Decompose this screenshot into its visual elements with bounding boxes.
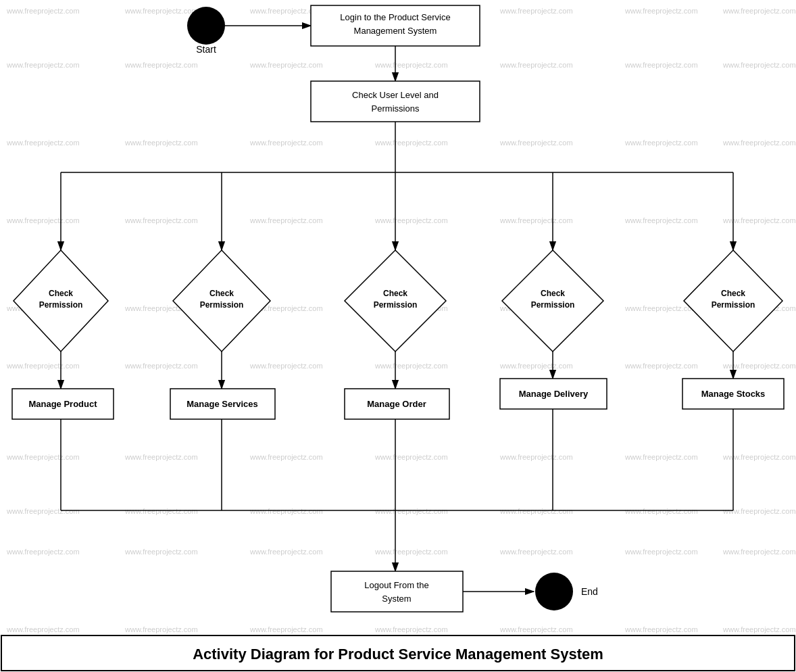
svg-text:www.freeprojectz.com: www.freeprojectz.com bbox=[624, 139, 698, 147]
end-label: End bbox=[581, 586, 598, 597]
diamond4-text1: Check bbox=[541, 289, 565, 298]
svg-text:www.freeprojectz.com: www.freeprojectz.com bbox=[6, 216, 80, 224]
svg-text:www.freeprojectz.com: www.freeprojectz.com bbox=[722, 61, 796, 69]
manage-delivery-text: Manage Delivery bbox=[519, 389, 589, 399]
diagram-container: www.freeprojectz.com www.freeprojectz.co… bbox=[0, 0, 796, 672]
svg-text:www.freeprojectz.com: www.freeprojectz.com bbox=[124, 139, 198, 147]
svg-text:www.freeprojectz.com: www.freeprojectz.com bbox=[124, 507, 198, 515]
svg-text:www.freeprojectz.com: www.freeprojectz.com bbox=[722, 625, 796, 633]
svg-text:www.freeprojectz.com: www.freeprojectz.com bbox=[624, 362, 698, 370]
diamond5-text1: Check bbox=[721, 289, 745, 298]
svg-text:www.freeprojectz.com: www.freeprojectz.com bbox=[722, 548, 796, 556]
svg-text:www.freeprojectz.com: www.freeprojectz.com bbox=[499, 139, 573, 147]
svg-text:www.freeprojectz.com: www.freeprojectz.com bbox=[624, 453, 698, 461]
svg-text:www.freeprojectz.com: www.freeprojectz.com bbox=[499, 548, 573, 556]
diamond2-text2: Permission bbox=[200, 300, 244, 310]
svg-text:www.freeprojectz.com: www.freeprojectz.com bbox=[249, 625, 323, 633]
manage-stocks-text: Manage Stocks bbox=[701, 389, 766, 399]
svg-text:www.freeprojectz.com: www.freeprojectz.com bbox=[499, 453, 573, 461]
check-perms-box bbox=[311, 81, 480, 122]
svg-text:www.freeprojectz.com: www.freeprojectz.com bbox=[124, 453, 198, 461]
check-perms-text2: Permissions bbox=[372, 103, 420, 114]
svg-text:www.freeprojectz.com: www.freeprojectz.com bbox=[6, 548, 80, 556]
diamond5-text2: Permission bbox=[712, 300, 755, 310]
svg-text:www.freeprojectz.com: www.freeprojectz.com bbox=[6, 139, 80, 147]
diamond1-text1: Check bbox=[49, 289, 73, 298]
svg-text:www.freeprojectz.com: www.freeprojectz.com bbox=[249, 453, 323, 461]
logout-text1: Logout From the bbox=[364, 580, 428, 590]
svg-text:www.freeprojectz.com: www.freeprojectz.com bbox=[499, 362, 573, 370]
svg-text:www.freeprojectz.com: www.freeprojectz.com bbox=[722, 7, 796, 15]
svg-text:www.freeprojectz.com: www.freeprojectz.com bbox=[624, 625, 698, 633]
svg-text:www.freeprojectz.com: www.freeprojectz.com bbox=[124, 216, 198, 224]
svg-text:www.freeprojectz.com: www.freeprojectz.com bbox=[249, 548, 323, 556]
logout-text2: System bbox=[382, 594, 411, 604]
login-text-line2: Management System bbox=[354, 26, 437, 36]
manage-product-text: Manage Product bbox=[28, 399, 97, 409]
svg-text:www.freeprojectz.com: www.freeprojectz.com bbox=[374, 362, 448, 370]
svg-text:www.freeprojectz.com: www.freeprojectz.com bbox=[624, 548, 698, 556]
svg-text:www.freeprojectz.com: www.freeprojectz.com bbox=[624, 7, 698, 15]
svg-text:www.freeprojectz.com: www.freeprojectz.com bbox=[124, 548, 198, 556]
manage-services-text: Manage Services bbox=[186, 399, 258, 409]
svg-text:www.freeprojectz.com: www.freeprojectz.com bbox=[374, 507, 448, 515]
svg-text:www.freeprojectz.com: www.freeprojectz.com bbox=[722, 139, 796, 147]
svg-text:www.freeprojectz.com: www.freeprojectz.com bbox=[499, 625, 573, 633]
svg-text:www.freeprojectz.com: www.freeprojectz.com bbox=[374, 548, 448, 556]
diamond4-text2: Permission bbox=[531, 300, 575, 310]
svg-text:www.freeprojectz.com: www.freeprojectz.com bbox=[124, 362, 198, 370]
start-circle bbox=[187, 7, 225, 45]
svg-text:www.freeprojectz.com: www.freeprojectz.com bbox=[624, 304, 698, 312]
svg-text:www.freeprojectz.com: www.freeprojectz.com bbox=[624, 507, 698, 515]
svg-text:www.freeprojectz.com: www.freeprojectz.com bbox=[6, 61, 80, 69]
svg-text:www.freeprojectz.com: www.freeprojectz.com bbox=[6, 362, 80, 370]
svg-text:www.freeprojectz.com: www.freeprojectz.com bbox=[499, 7, 573, 15]
svg-text:www.freeprojectz.com: www.freeprojectz.com bbox=[374, 216, 448, 224]
svg-text:www.freeprojectz.com: www.freeprojectz.com bbox=[249, 362, 323, 370]
svg-text:www.freeprojectz.com: www.freeprojectz.com bbox=[499, 61, 573, 69]
diamond1-text2: Permission bbox=[39, 300, 83, 310]
svg-text:www.freeprojectz.com: www.freeprojectz.com bbox=[6, 625, 80, 633]
check-perms-text1: Check User Level and bbox=[352, 90, 439, 100]
logout-box bbox=[331, 571, 463, 612]
svg-text:www.freeprojectz.com: www.freeprojectz.com bbox=[374, 139, 448, 147]
svg-text:www.freeprojectz.com: www.freeprojectz.com bbox=[374, 625, 448, 633]
diagram-title: Activity Diagram for Product Service Man… bbox=[193, 646, 603, 663]
svg-text:www.freeprojectz.com: www.freeprojectz.com bbox=[6, 507, 80, 515]
svg-text:www.freeprojectz.com: www.freeprojectz.com bbox=[374, 453, 448, 461]
svg-text:www.freeprojectz.com: www.freeprojectz.com bbox=[499, 507, 573, 515]
diamond3-text1: Check bbox=[383, 289, 407, 298]
start-label: Start bbox=[196, 44, 216, 55]
svg-text:www.freeprojectz.com: www.freeprojectz.com bbox=[124, 625, 198, 633]
svg-text:www.freeprojectz.com: www.freeprojectz.com bbox=[249, 507, 323, 515]
svg-text:www.freeprojectz.com: www.freeprojectz.com bbox=[249, 139, 323, 147]
svg-text:www.freeprojectz.com: www.freeprojectz.com bbox=[624, 61, 698, 69]
svg-text:www.freeprojectz.com: www.freeprojectz.com bbox=[624, 216, 698, 224]
diamond3-text2: Permission bbox=[374, 300, 418, 310]
svg-text:www.freeprojectz.com: www.freeprojectz.com bbox=[124, 7, 198, 15]
login-text-line1: Login to the Product Service bbox=[340, 12, 450, 22]
manage-order-text: Manage Order bbox=[367, 399, 426, 409]
svg-text:www.freeprojectz.com: www.freeprojectz.com bbox=[374, 61, 448, 69]
svg-text:www.freeprojectz.com: www.freeprojectz.com bbox=[249, 61, 323, 69]
svg-text:www.freeprojectz.com: www.freeprojectz.com bbox=[249, 216, 323, 224]
svg-text:www.freeprojectz.com: www.freeprojectz.com bbox=[124, 61, 198, 69]
svg-text:www.freeprojectz.com: www.freeprojectz.com bbox=[6, 7, 80, 15]
end-circle bbox=[535, 573, 573, 610]
diamond2-text1: Check bbox=[209, 289, 234, 298]
svg-text:www.freeprojectz.com: www.freeprojectz.com bbox=[6, 453, 80, 461]
svg-text:www.freeprojectz.com: www.freeprojectz.com bbox=[499, 216, 573, 224]
